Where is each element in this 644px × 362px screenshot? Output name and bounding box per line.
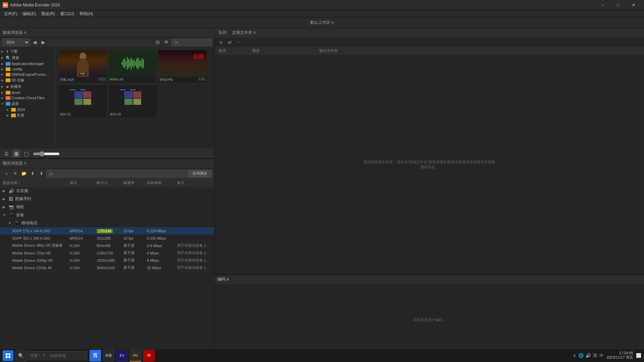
preset-toolbar: ＋ ✕ 📁 ⬆ ⬇ 应用预设	[0, 168, 214, 179]
chevron-up-icon[interactable]: ∧	[573, 353, 576, 358]
thumbnail-subtitle[interactable]: beibei.srt	[108, 50, 157, 83]
close-button[interactable]: ✕	[626, 0, 641, 10]
circle-view-button[interactable]: ◯	[23, 150, 30, 158]
tree-item-creative-cloud[interactable]: ▶ Creative Cloud Files	[0, 95, 55, 101]
queue-tab[interactable]: 队列	[217, 30, 228, 36]
taskbar-app-baidu[interactable]: 百	[89, 350, 101, 362]
taskbar-search-input[interactable]	[27, 351, 87, 360]
menu-help[interactable]: 帮助(H)	[77, 10, 96, 17]
col-notes: 备注	[177, 180, 212, 185]
taskbar-app-encoder2[interactable]: 08	[143, 350, 155, 362]
import-preset-button[interactable]: ⬆	[29, 170, 36, 177]
preset-group-mobile[interactable]: ▼ 📱 移动电话	[0, 219, 214, 227]
queue-btn2[interactable]: ⇄	[226, 39, 233, 46]
folder-icon	[6, 102, 10, 106]
tree-item-common[interactable]: ▶ 常用	[0, 112, 55, 119]
taskbar-app-douyin[interactable]: 抖音	[103, 350, 115, 362]
col-bitrate: 目标速率	[147, 180, 177, 185]
arrow-icon: ▶	[1, 50, 5, 53]
tree-item-desktop[interactable]: ▼ 桌面	[0, 101, 55, 107]
tree-item-search[interactable]: ▶ 🔍 搜索	[0, 55, 55, 61]
encoding-header: 编码 ≡	[215, 275, 644, 284]
folder-icon	[6, 73, 10, 76]
col-name: 预设名称 ↑	[3, 180, 70, 185]
menu-window[interactable]: 窗口(U)	[58, 10, 77, 17]
preset-row-3gpp-176[interactable]: 3GPP 176 x 144 H.263 MPEG4 176x144 15 fp…	[0, 227, 214, 235]
clock-time: 17:24:05	[606, 351, 633, 355]
delete-preset-button[interactable]: ✕	[11, 170, 19, 177]
preset-group-audio[interactable]: ▶ 🔊 仅音频	[0, 187, 214, 195]
taskbar: 🔍 百 抖音 Pr Me 08 ∧ 🌐 🔊 英 中 17:24:05 2023/…	[0, 349, 644, 362]
filter-button[interactable]: ⊟	[154, 39, 161, 46]
arrow-icon: ▶	[1, 85, 5, 88]
star-icon: ★	[6, 84, 9, 89]
size-badge-176[interactable]: 176x144	[97, 229, 113, 233]
nav-back-button[interactable]: ◀	[31, 39, 38, 46]
grid-view-button[interactable]: ⊞	[13, 150, 20, 158]
tree-item-qtwebengine[interactable]: ▶ QtWebEngineProces...	[0, 72, 55, 77]
tree-item-2024[interactable]: ▶ 2024	[0, 107, 55, 112]
media-browser-header: 媒体浏览器 ≡	[0, 28, 214, 38]
network-icon[interactable]: 🌐	[578, 353, 584, 358]
folder-icon	[6, 91, 10, 95]
zoom-slider[interactable]	[33, 151, 60, 157]
add-queue-button[interactable]: ＋	[217, 39, 225, 46]
add-preset-button[interactable]: ＋	[3, 170, 10, 177]
encoding-content: 目前尚未进行编码。	[215, 284, 644, 355]
preset-search-input[interactable]	[46, 170, 187, 177]
thumb-image-2	[108, 50, 157, 77]
title-bar: Me Adobe Media Encoder 2024 − □ ✕	[0, 0, 644, 10]
preset-group-camera[interactable]: ▶ 📷 相机	[0, 203, 214, 211]
volume-icon[interactable]: 🔊	[586, 353, 591, 358]
tree-item-download[interactable]: ▶ ⬇ 下载	[0, 48, 55, 55]
queue-content: 要添加监视文件夹，请单击"添加文件夹"按钮或者从媒体浏览器或桌面将文件夹拖拽到此…	[215, 55, 644, 274]
col-size: 帧大小	[97, 180, 123, 185]
menu-edit[interactable]: 编辑(E)	[20, 10, 39, 17]
taskbar-app-premiere[interactable]: Pr	[116, 350, 128, 362]
view-toggle-button[interactable]: 👁	[163, 39, 170, 46]
apply-preset-button[interactable]: 应用预设	[188, 170, 212, 177]
tree-item-favorites[interactable]: ▶ ★ 收藏夹	[0, 83, 55, 90]
thumbnail-seq1[interactable]: 序列 01	[58, 84, 107, 118]
lang-icon[interactable]: 英	[593, 353, 597, 359]
preset-row-3gpp-352[interactable]: 3GPP 352 x 288 H.263 MPEG4 352x288 15 fp…	[0, 235, 214, 242]
maximize-button[interactable]: □	[610, 0, 626, 10]
tree-item-3dobject[interactable]: ▶ 3D 对象	[0, 77, 55, 83]
folder-preset-button[interactable]: 📁	[20, 170, 28, 177]
taskbar-search-button[interactable]: 🔍	[15, 350, 27, 362]
clock-date: 2023/11/17 周五	[606, 355, 633, 360]
export-preset-button[interactable]: ⬇	[38, 170, 45, 177]
thumbnail-image[interactable]: 志德 qing.png 3:00	[158, 50, 207, 83]
menu-preset[interactable]: 预设(R)	[39, 10, 58, 17]
taskbar-clock[interactable]: 17:24:05 2023/11/17 周五	[606, 351, 633, 360]
thumb-label-2: beibei.srt	[108, 77, 156, 82]
nav-forward-button[interactable]: ▶	[40, 39, 47, 46]
taskbar-app-media-encoder[interactable]: Me	[129, 350, 142, 362]
folder-icon	[6, 78, 10, 82]
show-desktop-icon[interactable]: ⬜	[636, 353, 641, 358]
encoding-empty-text: 目前尚未进行编码。	[413, 317, 446, 322]
tree-item-ansel[interactable]: ▶ ansel	[0, 90, 55, 95]
menu-file[interactable]: 文件(F)	[1, 10, 20, 17]
queue-btn3[interactable]: －	[235, 39, 242, 46]
year-dropdown[interactable]: 2024	[3, 39, 30, 46]
tree-item-appmanager[interactable]: ▶ ApplicationManager	[0, 61, 55, 66]
preset-group-device[interactable]: ▼ 📱 设备	[0, 211, 214, 219]
start-button[interactable]	[3, 350, 13, 361]
input-method-icon[interactable]: 中	[599, 353, 604, 359]
list-view-button[interactable]: ☰	[3, 150, 10, 158]
thumbnail-video1[interactable]: "刘爸" 刘爸.mp4 3:03	[58, 50, 107, 83]
watch-folder-tab[interactable]: 监视文件夹 ≡	[231, 30, 257, 36]
tree-item-config[interactable]: ▶ .config	[0, 66, 55, 72]
preset-row-mobile-1080[interactable]: Mobile Device 1080p HD H.264 644x362 基…	[0, 257, 214, 264]
cc-folder-icon	[6, 96, 10, 100]
preset-row-mobile-4k[interactable]: Mobile Device 2160p 4K H.264 3840x2160 基…	[0, 264, 214, 272]
preset-group-image[interactable]: ▶ 🖼 图像序列	[0, 195, 214, 203]
main-layout: 媒体浏览器 ≡ 2024 ◀ ▶ ⊟ 👁 ▶ ⬇ 下载	[0, 28, 644, 355]
preset-row-mobile-720[interactable]: Mobile Device 720p HD H.264 1280x720 基于源…	[0, 249, 214, 257]
col-fps: 帧速率	[123, 180, 147, 185]
thumbnail-seq2[interactable]: 序列 02	[108, 84, 157, 118]
preset-row-mobile-480[interactable]: Mobile Device 480p SD 宽银幕 H.264 854x480 …	[0, 242, 214, 249]
media-search-input[interactable]	[171, 39, 212, 46]
minimize-button[interactable]: −	[595, 0, 610, 10]
